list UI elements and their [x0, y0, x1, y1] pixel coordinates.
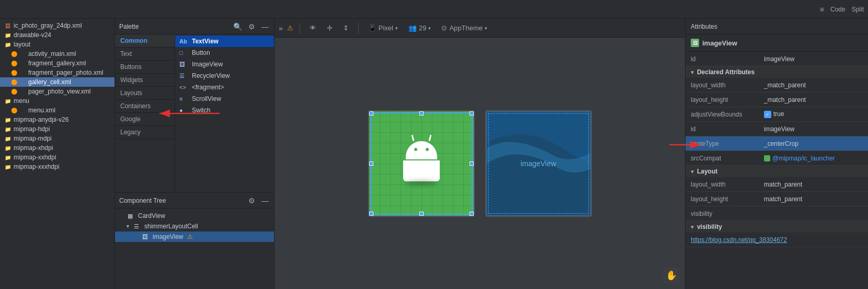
file-item-gallery_cell[interactable]: 🟠gallery_cell.xml — [0, 77, 115, 87]
tree-expand-shimmer: ▼ — [125, 224, 132, 229]
palette-cat-legacy[interactable]: Legacy — [115, 126, 175, 139]
file-item-mipmap_anydpi[interactable]: 📁mipmap-anydpi-v26 — [0, 115, 115, 124]
attr-value-id: imageView — [764, 55, 863, 63]
attr-row-scaletype[interactable]: scaleType_centerCrop — [686, 136, 868, 151]
palette-widget-imageview[interactable]: 🖼ImageView — [175, 59, 274, 70]
file-item-menu_xml[interactable]: 🟠menu.xml — [0, 106, 115, 115]
palette-cat-widgets[interactable]: Widgets — [115, 74, 175, 87]
attr-value-layout_height2: match_parent — [764, 195, 863, 203]
file-item-pager_photo[interactable]: 🟠pager_photo_view.xml — [0, 87, 115, 96]
attr-row-layout_height2[interactable]: layout_heightmatch_parent — [686, 192, 868, 206]
file-icon-mipmap_mdpi: 📁 — [4, 135, 12, 142]
palette-widget-recyclerview[interactable]: ☰RecyclerView — [175, 70, 274, 82]
attr-row-layout_width[interactable]: layout_width_match_parent — [686, 78, 868, 93]
palette-content: CommonTextButtonsWidgetsLayoutsContainer… — [115, 34, 274, 192]
attr-row-layout_height[interactable]: layout_height_match_parent — [686, 93, 868, 107]
palette-cat-text[interactable]: Text — [115, 48, 175, 61]
file-icon-gallery_cell: 🟠 — [10, 78, 18, 86]
arrows-toolbar-btn[interactable]: ⇕ — [340, 23, 352, 33]
attr-row-srccompat[interactable]: srcCompat@mipmap/ic_launcher — [686, 151, 868, 166]
attr-row-id[interactable]: idimageView — [686, 52, 868, 66]
palette-items: AbTextView□Button🖼ImageView☰RecyclerView… — [175, 34, 274, 192]
file-item-menu[interactable]: 📁menu — [0, 96, 115, 106]
help-button[interactable]: ✋ — [663, 267, 680, 284]
palette-widget-switch[interactable]: ●Switch — [175, 105, 274, 116]
theme-icon: ⊙ — [441, 24, 447, 32]
cross-toolbar-btn[interactable]: ✛ — [324, 23, 336, 33]
attr-row-layout_width2[interactable]: layout_widthmatch_parent — [686, 177, 868, 192]
attr-name-layout_width2: layout_width — [691, 181, 764, 188]
palette-collapse-icon[interactable]: — — [260, 21, 270, 32]
file-icon-mipmap_xhdpi: 📁 — [4, 144, 12, 152]
widget-label-fragment: <fragment> — [192, 84, 224, 91]
attr-row-visibility_link[interactable]: https://blog.csdn.net/qq_38304672 — [686, 233, 868, 247]
file-icon-pager_photo: 🟠 — [10, 88, 18, 95]
file-item-layout[interactable]: 📁layout — [0, 40, 115, 49]
widget-label-switch: Switch — [192, 107, 210, 114]
split-button[interactable]: Split — [852, 6, 864, 13]
attr-row-visibility[interactable]: visibility — [686, 206, 868, 221]
pixel-dropdown[interactable]: 📱 Pixel — [365, 23, 401, 33]
palette-widget-button[interactable]: □Button — [175, 47, 274, 59]
code-button[interactable]: Code — [830, 6, 846, 13]
palette-cat-layouts[interactable]: Layouts — [115, 87, 175, 100]
design-frame — [369, 111, 474, 216]
palette-widget-fragment[interactable]: <><fragment> — [175, 82, 274, 93]
tree-node-cardview[interactable]: ▦CardView — [115, 211, 274, 221]
file-item-fragment_gallery[interactable]: 🟠fragment_gallery.xml — [0, 59, 115, 68]
attr-section-declared_section[interactable]: ▼Declared Attributes — [686, 66, 868, 78]
comp-tree-collapse-icon[interactable]: — — [260, 195, 270, 206]
file-item-mipmap_mdpi[interactable]: 📁mipmap-mdpi — [0, 134, 115, 143]
android-eye-left — [414, 148, 417, 151]
widget-icon-switch: ● — [179, 107, 189, 113]
attr-section-layout_section[interactable]: ▼Layout — [686, 166, 868, 177]
file-label-mipmap_xxhdpi: mipmap-xxhdpi — [14, 154, 56, 161]
file-icon-fragment_gallery: 🟠 — [10, 60, 18, 67]
checkbox-adjustviewbounds[interactable]: ✓ — [764, 111, 771, 118]
theme-dropdown[interactable]: ⊙ AppTheme — [438, 23, 490, 33]
file-item-activity_main[interactable]: 🟠activity_main.xml — [0, 49, 115, 59]
attr-name-adjustviewbounds: adjustViewBounds — [691, 111, 764, 118]
file-item-mipmap_xxxhdpi[interactable]: 📁mipmap-xxxhdpi — [0, 162, 115, 171]
attr-row-adjustviewbounds[interactable]: adjustViewBounds✓true — [686, 107, 868, 122]
palette-cat-buttons[interactable]: Buttons — [115, 61, 175, 74]
palette-search-icon[interactable]: 🔍 — [232, 21, 243, 32]
attr-name-scaletype: scaleType — [691, 140, 764, 147]
palette-cat-common[interactable]: Common — [115, 34, 175, 48]
canvas-viewport[interactable]: imageView ✋ — [275, 38, 685, 289]
file-item-ic_photo[interactable]: 🖼ic_photo_gray_24dp.xml — [0, 21, 115, 30]
attr-name-id2: id — [691, 125, 764, 133]
tree-label-cardview: CardView — [138, 212, 165, 219]
toolbar-more-icon[interactable]: » — [279, 24, 283, 32]
attr-section-title-layout_section: Layout — [697, 168, 717, 175]
palette-settings-icon[interactable]: ⚙ — [247, 21, 256, 32]
file-label-mipmap_xhdpi: mipmap-xhdpi — [14, 144, 53, 152]
palette-cat-google[interactable]: Google — [115, 113, 175, 126]
attr-value-visibility_link[interactable]: https://blog.csdn.net/qq_38304672 — [691, 236, 863, 244]
tree-node-imageview[interactable]: 🖼imageView⚠ — [115, 232, 274, 242]
pixel-label: Pixel — [379, 24, 393, 32]
file-label-pager_photo: pager_photo_view.xml — [20, 88, 90, 95]
file-item-fragment_pager[interactable]: 🟠fragment_pager_photo.xml — [0, 68, 115, 77]
palette-cat-containers[interactable]: Containers — [115, 100, 175, 113]
eye-toolbar-btn[interactable]: 👁 — [306, 23, 319, 33]
palette-widget-scrollview[interactable]: ≡ScrollView — [175, 93, 274, 105]
android-logo — [403, 141, 440, 186]
tree-warning-imageview: ⚠ — [187, 233, 193, 240]
widget-label-textview: TextView — [192, 38, 219, 45]
file-item-drawable[interactable]: 📁drawable-v24 — [0, 30, 115, 40]
tree-node-shimmer[interactable]: ▼☰shimmerLayoutCell — [115, 221, 274, 232]
api-dropdown[interactable]: 👥 29 — [405, 23, 434, 33]
palette-widget-textview[interactable]: AbTextView — [175, 36, 274, 47]
file-item-mipmap_xhdpi[interactable]: 📁mipmap-xhdpi — [0, 143, 115, 153]
attr-section-visibility_section[interactable]: ▼visibility — [686, 221, 868, 233]
file-item-mipmap_xxhdpi[interactable]: 📁mipmap-xxhdpi — [0, 153, 115, 162]
attr-row-id2[interactable]: idimageView — [686, 122, 868, 136]
file-label-fragment_gallery: fragment_gallery.xml — [20, 60, 86, 67]
attr-name-srccompat: srcCompat — [691, 155, 764, 162]
file-icon-mipmap_xxxhdpi: 📁 — [4, 163, 12, 170]
file-item-mipmap_hdpi[interactable]: 📁mipmap-hdpi — [0, 124, 115, 134]
file-label-mipmap_hdpi: mipmap-hdpi — [14, 125, 50, 133]
red-arrows-svg — [275, 38, 685, 289]
comp-tree-settings-icon[interactable]: ⚙ — [247, 195, 256, 206]
